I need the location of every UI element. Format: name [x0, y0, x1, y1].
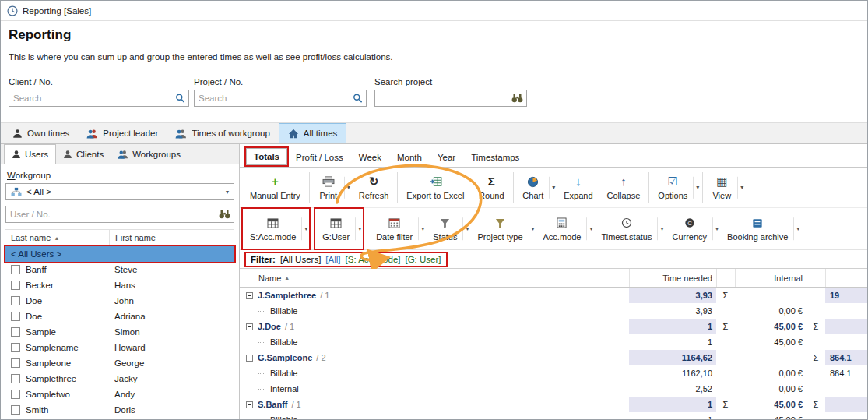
plus-icon: +: [272, 175, 279, 189]
user-checkbox[interactable]: [11, 281, 20, 290]
table-row-detail[interactable]: Internal 2,52 0,00 €: [240, 381, 867, 397]
user-checkbox[interactable]: [11, 405, 20, 415]
table-row-detail[interactable]: Billable 1 45,00 €: [240, 412, 867, 419]
user-checkbox[interactable]: [11, 296, 20, 305]
chevron-down-icon[interactable]: ▾: [301, 217, 307, 241]
chevron-down-icon[interactable]: ▾: [355, 217, 361, 241]
binoculars-icon[interactable]: [511, 94, 523, 103]
status-filter-button[interactable]: Status ▾: [426, 209, 470, 249]
list-item-user[interactable]: Doe Adriana: [5, 309, 234, 324]
list-item-user[interactable]: Sample Simon: [5, 324, 234, 340]
chevron-down-icon[interactable]: ▾: [693, 176, 699, 198]
tab-week[interactable]: Week: [352, 150, 388, 165]
chevron-down-icon[interactable]: ▾: [344, 176, 350, 198]
options-button[interactable]: ☑ Options ▾: [651, 168, 701, 206]
tab-timestamps[interactable]: Timestamps: [464, 150, 526, 165]
list-item-all-users[interactable]: < All Users >: [5, 246, 234, 262]
table-row-group[interactable]: S.Banff/ 1 1 Σ 45,00 € Σ: [240, 397, 867, 412]
chart-button[interactable]: Chart ▾: [515, 168, 557, 206]
tab-own-times[interactable]: Own times: [4, 123, 78, 143]
table-row-detail[interactable]: Billable 1162,10 0,00 € 864.1: [240, 365, 867, 381]
project-search-input[interactable]: [195, 90, 366, 106]
user-checkbox[interactable]: [11, 358, 20, 368]
column-header-sigma: [807, 269, 825, 287]
date-filter-button[interactable]: Date filter ▾: [369, 209, 426, 249]
chevron-down-icon[interactable]: ▾: [657, 217, 663, 241]
binoculars-icon[interactable]: [219, 210, 230, 219]
timestamp-status-filter-button[interactable]: Timest.status ▾: [594, 209, 665, 249]
column-header-first-name[interactable]: First name: [109, 230, 234, 245]
collapse-button[interactable]: ↑ Collapse: [600, 168, 648, 206]
export-to-excel-button[interactable]: Export to Excel: [399, 168, 471, 206]
user-checkbox[interactable]: [11, 390, 20, 399]
user-checkbox[interactable]: [11, 343, 20, 352]
column-header-time-needed[interactable]: Time needed: [629, 269, 716, 287]
group-user-button[interactable]: G:User ▾: [315, 209, 363, 249]
list-item-user[interactable]: Samplethree Jacky: [5, 371, 234, 386]
currency-button[interactable]: C Currency ▾: [665, 209, 720, 249]
tab-times-of-workgroup[interactable]: Times of workgroup: [167, 123, 279, 143]
list-item-user[interactable]: Samplename Howard: [5, 340, 234, 355]
refresh-icon: ↻: [369, 175, 379, 189]
tab-totals[interactable]: Totals: [246, 148, 287, 165]
chevron-down-icon[interactable]: ▾: [226, 189, 229, 196]
tab-workgroups[interactable]: Workgroups: [111, 144, 188, 164]
project-type-filter-button[interactable]: Project type ▾: [470, 209, 536, 249]
column-header-internal[interactable]: Internal: [735, 269, 807, 287]
search-project-input[interactable]: [375, 90, 526, 106]
sort-acc-mode-button[interactable]: S:Acc.mode ▾: [243, 209, 309, 249]
tab-profit-loss[interactable]: Profit / Loss: [289, 150, 350, 165]
workgroup-combobox[interactable]: < All > ▾: [5, 183, 234, 200]
table-row-detail[interactable]: Billable 3,93 0,00 €: [240, 303, 867, 319]
refresh-button[interactable]: ↻ Refresh: [352, 168, 396, 206]
chevron-down-icon[interactable]: ▾: [549, 176, 555, 198]
magnifier-icon[interactable]: [175, 94, 185, 104]
tab-project-leader[interactable]: Project leader: [78, 123, 167, 143]
collapse-expander-icon[interactable]: [246, 355, 253, 362]
tab-month[interactable]: Month: [390, 150, 429, 165]
magnifier-icon[interactable]: [353, 94, 363, 104]
user-checkbox[interactable]: [11, 265, 20, 274]
table-row-group[interactable]: J.Samplethree/ 1 3,93 Σ 19: [240, 288, 867, 303]
chevron-down-icon[interactable]: ▾: [712, 217, 719, 241]
list-item-user[interactable]: Sampletwo Andy: [5, 386, 234, 402]
table-row-detail[interactable]: Billable 1 45,00 €: [240, 334, 867, 350]
chevron-down-icon[interactable]: ▾: [529, 217, 535, 241]
collapse-expander-icon[interactable]: [246, 292, 253, 299]
booking-archive-button[interactable]: Booking archive ▾: [720, 209, 801, 249]
view-button[interactable]: ▦ View ▾: [705, 168, 745, 206]
print-button[interactable]: Print ▾: [311, 168, 352, 206]
table-row-group[interactable]: J.Doe/ 1 1 Σ 45,00 € Σ: [240, 319, 867, 334]
round-button[interactable]: Σ Round: [471, 168, 511, 206]
list-item-user[interactable]: Smith Doris: [5, 402, 234, 418]
chevron-down-icon[interactable]: ▾: [462, 217, 469, 241]
tab-year[interactable]: Year: [430, 150, 462, 165]
tab-all-times[interactable]: All times: [279, 123, 346, 143]
list-item-user[interactable]: Doe John: [5, 293, 234, 309]
collapse-expander-icon[interactable]: [246, 401, 253, 408]
column-header-name[interactable]: Name ▲: [240, 269, 629, 287]
user-checkbox[interactable]: [11, 312, 20, 321]
chevron-down-icon[interactable]: ▾: [586, 217, 592, 241]
list-item-user[interactable]: Banff Steve: [5, 262, 234, 277]
column-header-sigma: [716, 269, 735, 287]
tab-clients[interactable]: Clients: [56, 144, 111, 164]
acc-mode-filter-button[interactable]: Acc.mode ▾: [536, 209, 595, 249]
collapse-expander-icon[interactable]: [246, 323, 253, 330]
column-header-last-name[interactable]: Last name ▲: [5, 230, 109, 245]
chevron-down-icon[interactable]: ▾: [418, 217, 424, 241]
search-project-field: [374, 90, 527, 107]
user-search-input[interactable]: [6, 206, 234, 222]
user-checkbox[interactable]: [11, 327, 20, 337]
client-search-input[interactable]: [9, 90, 188, 106]
list-item-user[interactable]: Becker Hans: [5, 277, 234, 293]
tab-users[interactable]: Users: [4, 144, 56, 164]
list-item-user[interactable]: Sampleone George: [5, 355, 234, 371]
manual-entry-button[interactable]: + Manual Entry: [243, 168, 307, 206]
person-icon: [12, 129, 23, 139]
expand-button[interactable]: ↓ Expand: [557, 168, 599, 206]
chevron-down-icon[interactable]: ▾: [793, 217, 799, 241]
user-checkbox[interactable]: [11, 374, 20, 383]
chevron-down-icon[interactable]: ▾: [737, 176, 743, 198]
table-row-group[interactable]: G.Sampleone/ 2 1164,62 Σ 864.1: [240, 350, 867, 365]
